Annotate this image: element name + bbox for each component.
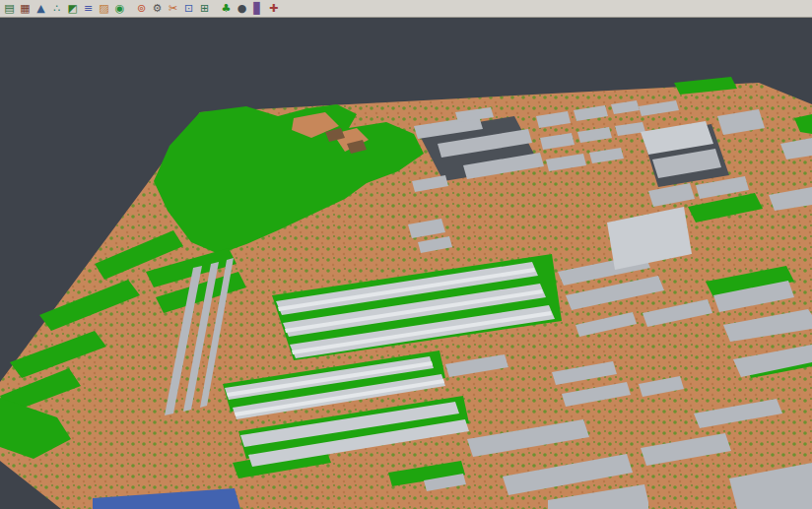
crop-icon[interactable]: ✂ — [166, 1, 180, 16]
vegetation-icon[interactable]: ♣ — [219, 1, 234, 16]
classification-icon[interactable]: ⊚ — [134, 1, 149, 16]
scene-svg[interactable] — [0, 18, 812, 509]
settings-icon[interactable]: ⚙ — [150, 1, 165, 16]
app-window: ▤▦▲∴◩≡▨◉⊚⚙✂⊡⊞♣●▊✚ — [0, 0, 812, 509]
select-region-icon[interactable]: ⊡ — [181, 1, 196, 16]
layers-icon[interactable]: ≡ — [81, 1, 96, 16]
globe-icon[interactable]: ◉ — [112, 1, 127, 16]
open-layer-icon[interactable]: ▤ — [2, 1, 17, 16]
grid-icon[interactable]: ⊞ — [197, 1, 212, 16]
texture-icon[interactable]: ▨ — [97, 1, 111, 16]
measure-icon[interactable]: ✚ — [266, 1, 281, 16]
3d-viewport[interactable] — [0, 18, 812, 509]
point-cloud-icon[interactable]: ∴ — [49, 1, 64, 16]
terrain-icon[interactable]: ▲ — [34, 1, 48, 16]
save-icon[interactable]: ▦ — [18, 1, 33, 16]
toolbar-separator — [128, 2, 133, 16]
histogram-icon[interactable]: ▊ — [250, 1, 265, 16]
toolbar-separator — [213, 2, 218, 16]
toolbar: ▤▦▲∴◩≡▨◉⊚⚙✂⊡⊞♣●▊✚ — [0, 0, 812, 18]
mesh-icon[interactable]: ◩ — [65, 1, 80, 16]
sphere-icon[interactable]: ● — [235, 1, 249, 16]
